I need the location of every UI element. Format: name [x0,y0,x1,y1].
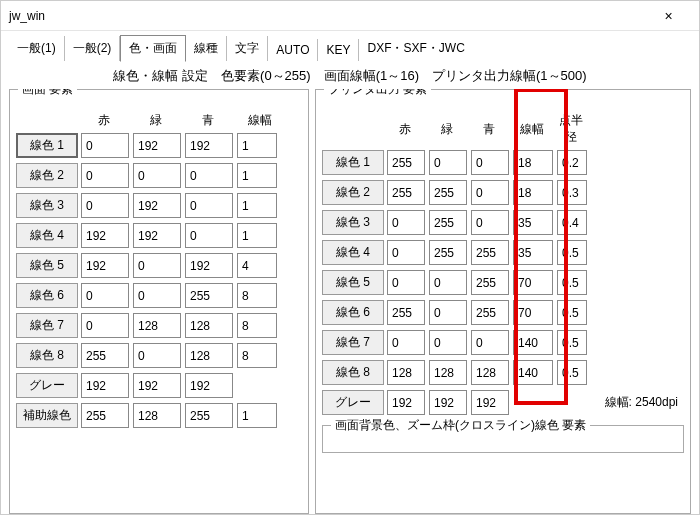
assist-b-input[interactable] [185,403,233,428]
printer-rad-3[interactable] [557,210,587,235]
screen-lw-5[interactable] [237,253,277,278]
printer-color-5-button[interactable]: 線色 5 [322,270,384,295]
tab-5[interactable]: AUTO [268,39,318,61]
screen-color-7-button[interactable]: 線色 7 [16,313,78,338]
screen-g-6[interactable] [133,283,181,308]
printer-lw-4[interactable] [513,240,553,265]
tab-1[interactable]: 一般(2) [65,36,121,61]
screen-lw-4[interactable] [237,223,277,248]
screen-b-8[interactable] [185,343,233,368]
printer-color-7-button[interactable]: 線色 7 [322,330,384,355]
assist-lw-input[interactable] [237,403,277,428]
close-icon[interactable]: × [646,1,691,31]
screen-b-2[interactable] [185,163,233,188]
screen-b-6[interactable] [185,283,233,308]
screen-lw-8[interactable] [237,343,277,368]
printer-rad-2[interactable] [557,180,587,205]
screen-b-4[interactable] [185,223,233,248]
printer-lw-3[interactable] [513,210,553,235]
printer-g-3[interactable] [429,210,467,235]
printer-g-2[interactable] [429,180,467,205]
printer-color-4-button[interactable]: 線色 4 [322,240,384,265]
printer-b-2[interactable] [471,180,509,205]
printer-r-4[interactable] [387,240,425,265]
screen-g-4[interactable] [133,223,181,248]
gray-button[interactable]: グレー [16,373,78,398]
screen-color-4-button[interactable]: 線色 4 [16,223,78,248]
printer-lw-6[interactable] [513,300,553,325]
screen-b-5[interactable] [185,253,233,278]
printer-r-1[interactable] [387,150,425,175]
tab-4[interactable]: 文字 [227,36,268,61]
screen-g-1[interactable] [133,133,181,158]
gray-b-input[interactable] [185,373,233,398]
screen-r-2[interactable] [81,163,129,188]
screen-b-1[interactable] [185,133,233,158]
screen-g-8[interactable] [133,343,181,368]
printer-g-1[interactable] [429,150,467,175]
printer-color-6-button[interactable]: 線色 6 [322,300,384,325]
printer-g-8[interactable] [429,360,467,385]
printer-b-3[interactable] [471,210,509,235]
screen-color-5-button[interactable]: 線色 5 [16,253,78,278]
screen-lw-1[interactable] [237,133,277,158]
printer-rad-4[interactable] [557,240,587,265]
printer-gray-g-input[interactable] [429,390,467,415]
printer-r-8[interactable] [387,360,425,385]
screen-lw-6[interactable] [237,283,277,308]
printer-r-2[interactable] [387,180,425,205]
printer-rad-6[interactable] [557,300,587,325]
printer-r-6[interactable] [387,300,425,325]
printer-gray-r-input[interactable] [387,390,425,415]
printer-rad-5[interactable] [557,270,587,295]
printer-g-5[interactable] [429,270,467,295]
screen-r-4[interactable] [81,223,129,248]
printer-b-5[interactable] [471,270,509,295]
gray-g-input[interactable] [133,373,181,398]
screen-r-6[interactable] [81,283,129,308]
printer-rad-1[interactable] [557,150,587,175]
printer-g-7[interactable] [429,330,467,355]
printer-lw-8[interactable] [513,360,553,385]
printer-lw-2[interactable] [513,180,553,205]
assist-g-input[interactable] [133,403,181,428]
screen-color-6-button[interactable]: 線色 6 [16,283,78,308]
printer-g-4[interactable] [429,240,467,265]
printer-b-8[interactable] [471,360,509,385]
screen-color-3-button[interactable]: 線色 3 [16,193,78,218]
printer-b-1[interactable] [471,150,509,175]
screen-r-1[interactable] [81,133,129,158]
screen-color-1-button[interactable]: 線色 1 [16,133,78,158]
screen-r-3[interactable] [81,193,129,218]
printer-b-7[interactable] [471,330,509,355]
screen-r-8[interactable] [81,343,129,368]
printer-rad-8[interactable] [557,360,587,385]
printer-color-3-button[interactable]: 線色 3 [322,210,384,235]
printer-gray-button[interactable]: グレー [322,390,384,415]
screen-g-5[interactable] [133,253,181,278]
screen-lw-3[interactable] [237,193,277,218]
gray-r-input[interactable] [81,373,129,398]
screen-g-2[interactable] [133,163,181,188]
assist-r-input[interactable] [81,403,129,428]
printer-r-3[interactable] [387,210,425,235]
tab-3[interactable]: 線種 [186,36,227,61]
printer-r-5[interactable] [387,270,425,295]
tab-2[interactable]: 色・画面 [120,35,186,62]
tab-6[interactable]: KEY [318,39,359,61]
screen-r-5[interactable] [81,253,129,278]
screen-r-7[interactable] [81,313,129,338]
printer-g-6[interactable] [429,300,467,325]
assist-button[interactable]: 補助線色 [16,403,78,428]
printer-lw-5[interactable] [513,270,553,295]
screen-lw-2[interactable] [237,163,277,188]
tab-7[interactable]: DXF・SXF・JWC [359,36,472,61]
printer-color-2-button[interactable]: 線色 2 [322,180,384,205]
printer-color-8-button[interactable]: 線色 8 [322,360,384,385]
printer-rad-7[interactable] [557,330,587,355]
printer-lw-1[interactable] [513,150,553,175]
screen-g-7[interactable] [133,313,181,338]
printer-color-1-button[interactable]: 線色 1 [322,150,384,175]
tab-0[interactable]: 一般(1) [9,36,65,61]
screen-lw-7[interactable] [237,313,277,338]
